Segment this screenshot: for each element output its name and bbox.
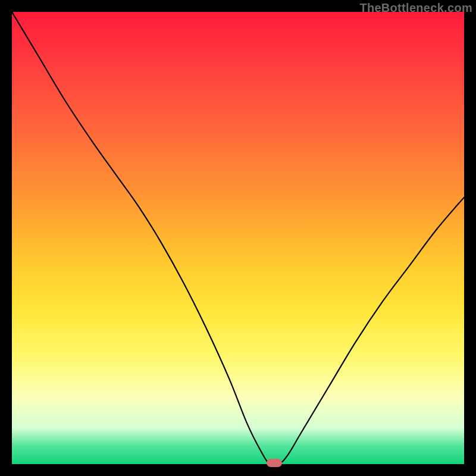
watermark-text: TheBottleneck.com	[359, 1, 472, 15]
minimum-marker	[267, 459, 282, 467]
chart-plot-area	[12, 12, 464, 464]
bottleneck-curve	[12, 12, 464, 464]
chart-frame: TheBottleneck.com	[0, 0, 476, 476]
